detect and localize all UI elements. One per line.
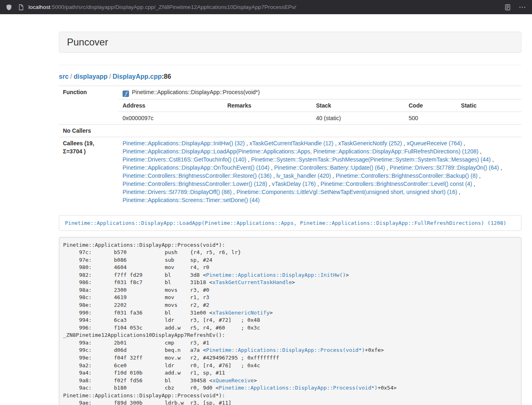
code-symbol-link[interactable]: xTaskGetCurrentTaskHandle: [212, 279, 292, 285]
metrics-value-cell: 500: [405, 112, 457, 125]
breadcrumb-separator: /: [108, 73, 112, 80]
page-header: Puncover: [59, 32, 521, 53]
app-title: Puncover: [67, 37, 108, 47]
callee-link[interactable]: Pinetime::Applications::DisplayApp::Load…: [123, 148, 478, 155]
callee-link[interactable]: Pinetime::Applications::Screens::Timer::…: [123, 197, 260, 203]
no-callers-label: No Callers: [59, 125, 118, 137]
code-symbol-link[interactable]: Pinetime::Applications::DisplayApp::Init…: [206, 272, 346, 278]
callee-link[interactable]: xTaskGenericNotify (252): [338, 140, 402, 146]
callee-link[interactable]: Pinetime::Applications::DisplayApp::OnTo…: [123, 164, 269, 171]
function-row: Function ƒPinetime::Applications::Displa…: [59, 86, 521, 99]
metrics-row: AddressRemarksStackCodeStatic 0x0000097c…: [59, 99, 521, 125]
callee-link[interactable]: Pinetime::Controllers::BrightnessControl…: [336, 172, 477, 179]
url-input[interactable]: localhost:5000/path/src/displayapp/Displ…: [28, 4, 296, 10]
metrics-value-cell: [457, 112, 521, 125]
metrics-column-header: Remarks: [223, 99, 312, 112]
callee-link[interactable]: Pinetime::Controllers::Battery::Update()…: [274, 164, 385, 171]
metrics-row-label: [59, 99, 118, 125]
callee-link[interactable]: Pinetime::Components::LittleVgl::SetNewT…: [237, 189, 457, 195]
metrics-column-header: Address: [118, 99, 223, 112]
callee-link[interactable]: Pinetime::System::SystemTask::PushMessag…: [251, 156, 491, 163]
metrics-value-cell: [223, 112, 312, 125]
breadcrumb-line-number: :86: [162, 73, 171, 80]
page-info-icon[interactable]: [18, 4, 24, 11]
callees-list: Pinetime::Applications::DisplayApp::Init…: [118, 137, 521, 207]
callee-link[interactable]: Pinetime::Applications::DisplayApp::Init…: [123, 140, 245, 146]
url-host: localhost: [28, 4, 50, 10]
metrics-column-header: Static: [457, 99, 521, 112]
breadcrumb-link-displayapp[interactable]: displayapp: [73, 73, 108, 80]
metrics-value-cell: 0x0000097c: [118, 112, 223, 125]
code-symbol-link[interactable]: Pinetime::Applications::DisplayApp::Proc…: [206, 347, 365, 353]
metrics-value-cell: 40 (static): [312, 112, 405, 125]
callee-link[interactable]: Pinetime::Drivers::Cst816S::GetTouchInfo…: [123, 156, 246, 163]
tracking-shield-icon[interactable]: [6, 4, 12, 11]
header-divider: [59, 65, 521, 65]
url-path: :5000/path/src/displayapp/DisplayApp.cpp…: [50, 4, 296, 10]
disassembly-code: Pinetime::Applications::DisplayApp::Proc…: [59, 237, 521, 405]
function-icon: ƒ: [123, 90, 129, 97]
metrics-table-cell: AddressRemarksStackCodeStatic 0x0000097c…: [118, 99, 521, 125]
no-callers-cell: [118, 125, 521, 137]
function-name-cell: ƒPinetime::Applications::DisplayApp::Pro…: [118, 86, 521, 99]
callees-label: Callees (19, Σ=3704 ): [59, 137, 118, 207]
code-symbol-link[interactable]: xQueueReceive: [212, 377, 254, 383]
breadcrumb-link-src[interactable]: src: [59, 73, 69, 80]
function-label: Function: [59, 86, 118, 99]
callee-link[interactable]: xQueueReceive (764): [407, 140, 462, 146]
breadcrumb: src/displayapp/DisplayApp.cpp:86: [59, 73, 521, 81]
highlight-panel: Pinetime::Applications::DisplayApp::Load…: [59, 215, 521, 231]
metrics-column-header: Code: [405, 99, 457, 112]
callee-link[interactable]: Pinetime::Drivers::St7789::DisplayOn() (…: [390, 164, 499, 171]
reader-mode-icon[interactable]: [504, 4, 511, 11]
callee-link[interactable]: Pinetime::Controllers::BrightnessControl…: [123, 181, 267, 187]
overflow-menu-icon[interactable]: ⋯: [518, 4, 526, 11]
callee-link[interactable]: Pinetime::Controllers::BrightnessControl…: [321, 181, 472, 187]
browser-toolbar: localhost:5000/path/src/displayapp/Displ…: [0, 0, 532, 14]
callee-link[interactable]: vTaskDelay (176): [272, 181, 316, 187]
symbol-table: Function ƒPinetime::Applications::Displa…: [59, 86, 521, 206]
callee-link[interactable]: Pinetime::Drivers::St7789::DisplayOff() …: [123, 189, 232, 195]
metrics-column-header: Stack: [312, 99, 405, 112]
metrics-header-row: AddressRemarksStackCodeStatic: [118, 99, 521, 112]
code-symbol-link[interactable]: xTaskGenericNotify: [212, 310, 269, 316]
callee-link[interactable]: lv_task_handler (420): [276, 172, 331, 179]
callees-row: Callees (19, Σ=3704 ) Pinetime::Applicat…: [59, 137, 521, 207]
code-symbol-link[interactable]: Pinetime::Applications::DisplayApp::Proc…: [219, 385, 377, 391]
metrics-table: AddressRemarksStackCodeStatic 0x0000097c…: [118, 99, 521, 124]
breadcrumb-link-file[interactable]: DisplayApp.cpp: [113, 73, 162, 80]
page-content: Puncover src/displayapp/DisplayApp.cpp:8…: [59, 14, 521, 405]
callee-link[interactable]: xTaskGetCurrentTaskHandle (12): [250, 140, 334, 146]
callee-link[interactable]: Pinetime::Controllers::BrightnessControl…: [123, 172, 271, 179]
function-name: Pinetime::Applications::DisplayApp::Proc…: [132, 89, 260, 95]
highlighted-symbol-link[interactable]: Pinetime::Applications::DisplayApp::Load…: [65, 220, 506, 226]
metrics-value-row: 0x0000097c40 (static)500: [118, 112, 521, 125]
breadcrumb-separator: /: [69, 73, 73, 80]
no-callers-row: No Callers: [59, 125, 521, 137]
